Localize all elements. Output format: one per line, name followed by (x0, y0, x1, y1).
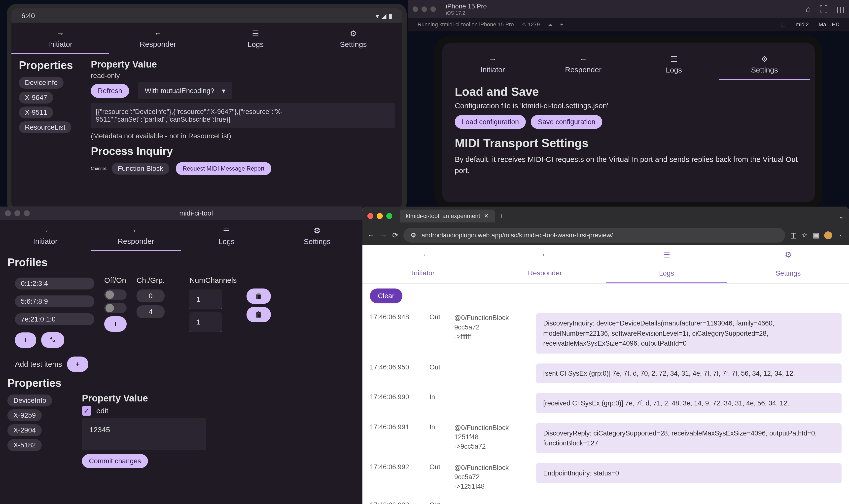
chip-x9511[interactable]: X-9511 (19, 107, 53, 119)
panel-icon[interactable]: ◫ (780, 21, 786, 28)
chevron-down-icon[interactable]: ⌄ (838, 212, 844, 220)
screenshot-icon[interactable]: ⛶ (819, 4, 828, 14)
menu-icon[interactable]: ⋮ (837, 231, 844, 239)
tab-responder[interactable]: ←Responder (109, 23, 207, 54)
reading-list-icon[interactable]: ◫ (790, 231, 797, 239)
address-bar[interactable]: ⚙ androidaudioplugin.web.app/misc/ktmidi… (403, 228, 785, 242)
edit-checkbox[interactable]: ✓ (82, 406, 91, 416)
add-profile-button[interactable]: + (15, 332, 36, 348)
delete-row-0[interactable]: 🗑 (247, 288, 271, 304)
tab-logs[interactable]: ☰Logs (606, 245, 727, 283)
tab-settings[interactable]: ⚙Settings (272, 220, 362, 251)
load-config-button[interactable]: Load configuration (455, 115, 526, 129)
midi-transport-title: MIDI Transport Settings (455, 136, 802, 150)
clear-button[interactable]: Clear (370, 288, 402, 303)
list-icon: ☰ (606, 250, 727, 259)
reload-button[interactable]: ⟳ (392, 231, 398, 239)
tab-initiator[interactable]: →Initiator (0, 220, 91, 251)
commit-changes-button[interactable]: Commit changes (82, 454, 148, 468)
list-icon: ☰ (629, 54, 719, 64)
tab-initiator[interactable]: →Initiator (362, 245, 484, 283)
add-test-label: Add test items (15, 360, 62, 368)
property-text-input[interactable]: 12345 (82, 418, 206, 450)
tab-logs[interactable]: ☰Logs (629, 48, 719, 80)
tab-initiator[interactable]: →Initiator (447, 48, 538, 80)
list-icon: ☰ (181, 226, 272, 235)
gear-icon: ⚙ (272, 226, 362, 235)
os-version: iOS 17.2 (446, 10, 487, 16)
add-test-button[interactable]: + (67, 357, 88, 372)
iphone-device-frame: →Initiator ←Responder ☰Logs ⚙Settings Lo… (435, 36, 822, 210)
log-time: 17:46:06.992 (370, 501, 422, 504)
warning-badge[interactable]: ⚠ 1279 (521, 21, 540, 28)
log-message: [received CI SysEx (grp:0)] 7e, 7f, d, 7… (536, 393, 842, 413)
cloud-icon[interactable]: ☁ (547, 21, 553, 28)
close-tab-icon[interactable]: ✕ (484, 213, 489, 219)
log-row: 17:46:06.948Out@0/FunctionBlock 9cc5a72 … (362, 308, 849, 359)
chip-resourcelist[interactable]: ResourceList (19, 121, 71, 133)
chip2-x2904[interactable]: X-2904 (7, 424, 42, 436)
forward-button[interactable]: → (380, 231, 387, 239)
plus-icon[interactable]: + (560, 21, 563, 28)
chip-deviceinfo[interactable]: DeviceInfo (19, 77, 64, 89)
tab-settings[interactable]: ⚙Settings (727, 245, 849, 283)
log-address: @0/FunctionBlock 9cc5a72 ->1251f48 (454, 463, 529, 491)
tab-responder[interactable]: ←Responder (538, 48, 629, 80)
function-block-chip[interactable]: Function Block (112, 163, 169, 175)
new-tab-button[interactable]: + (500, 212, 504, 220)
log-time: 17:46:06.990 (370, 393, 422, 401)
edit-label: edit (96, 407, 108, 415)
side-label-midi2[interactable]: midi2 (796, 21, 809, 28)
profile-id-2[interactable]: 7e:21:0:1:0 (15, 313, 94, 325)
chip-x9647[interactable]: X-9647 (19, 92, 53, 104)
offon-header: Off/On (104, 276, 127, 285)
status-icons: ▾ ◢ ▮ (376, 12, 392, 20)
tab-settings[interactable]: ⚙Settings (719, 48, 810, 80)
log-row: 17:46:06.992Out (362, 496, 849, 504)
metadata-note: (Metadata not available - not in Resourc… (91, 132, 395, 140)
property-value-textarea[interactable]: [{"resource":"DeviceInfo"},{"resource":"… (91, 103, 395, 128)
log-address: @0/FunctionBlock 9cc5a72 ->ffffff (454, 313, 529, 341)
list-icon: ☰ (207, 29, 305, 38)
chip2-x5182[interactable]: X-5182 (7, 439, 42, 451)
refresh-button[interactable]: Refresh (91, 84, 129, 98)
home-icon[interactable]: ⌂ (806, 4, 811, 14)
toggle-0[interactable] (104, 289, 127, 300)
profile-id-1[interactable]: 5:6:7:8:9 (15, 295, 94, 307)
edit-profile-button[interactable]: ✎ (41, 332, 64, 348)
tab-responder[interactable]: ←Responder (91, 220, 181, 251)
traffic-lights[interactable] (5, 210, 30, 216)
tab-logs[interactable]: ☰Logs (207, 23, 305, 54)
side-panel-icon[interactable]: ▣ (813, 231, 819, 239)
chip2-deviceinfo[interactable]: DeviceInfo (7, 395, 52, 407)
back-button[interactable]: ← (367, 231, 375, 239)
tab-logs[interactable]: ☰Logs (181, 220, 272, 251)
rotate-icon[interactable]: ◫ (836, 4, 845, 14)
count-0[interactable]: 0 (137, 289, 165, 302)
bookmark-icon[interactable]: ☆ (801, 231, 808, 239)
tab-initiator[interactable]: →Initiator (12, 23, 109, 54)
toggle-1[interactable] (104, 303, 127, 313)
android-status-bar: 6:40 ▾ ◢ ▮ (12, 8, 402, 23)
profile-id-0[interactable]: 0:1:2:3:4 (15, 277, 94, 289)
numch-input-0[interactable]: 1 (189, 289, 222, 309)
add-toggle-button[interactable]: + (104, 316, 127, 332)
profile-avatar[interactable] (824, 231, 832, 239)
property-value-title-2: Property Value (82, 393, 206, 404)
tab-responder[interactable]: ←Responder (484, 245, 606, 283)
browser-tab[interactable]: ktmidi-ci-tool: an experiment ✕ (400, 210, 495, 222)
browser-traffic-lights[interactable] (367, 213, 392, 219)
arrow-right-icon: → (12, 29, 109, 38)
tab-settings[interactable]: ⚙Settings (305, 23, 402, 54)
count-1[interactable]: 4 (137, 305, 165, 318)
chip2-x9259[interactable]: X-9259 (7, 409, 42, 421)
side-label-mahd[interactable]: Ma…HD (819, 21, 839, 28)
log-message: [sent CI SysEx (grp:0)] 7e, 7f, d, 70, 2… (536, 363, 842, 383)
encoding-select[interactable]: With mutualEncoding? ▾ (138, 82, 232, 99)
numch-input-1[interactable]: 1 (189, 312, 222, 332)
delete-row-1[interactable]: 🗑 (247, 307, 271, 322)
request-midi-report-button[interactable]: Request MIDI Message Report (176, 162, 271, 175)
save-config-button[interactable]: Save configuration (531, 115, 602, 129)
gear-icon: ⚙ (719, 54, 810, 64)
sim-traffic-lights[interactable] (413, 6, 436, 12)
